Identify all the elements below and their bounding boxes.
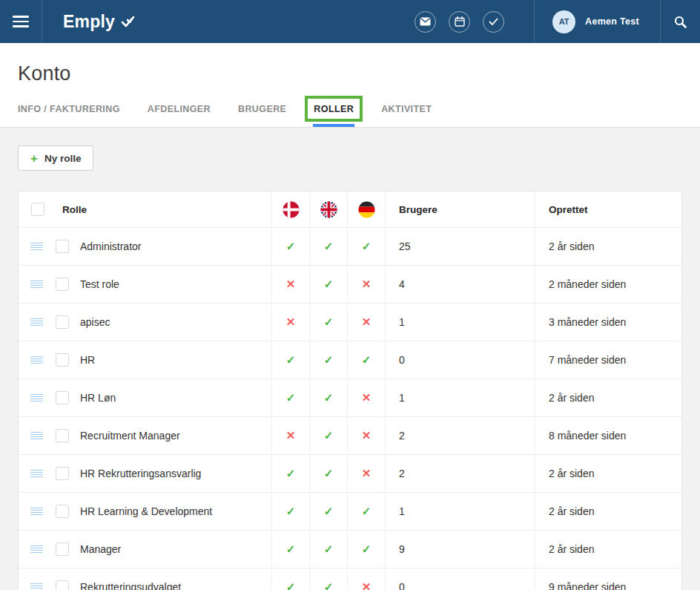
danish-mark-icon: ✕ [286, 278, 296, 291]
german-flag-icon [358, 201, 375, 218]
table-row: Recruitment Manager ✕ ✓ ✕ 2 8 måneder si… [19, 416, 681, 454]
german-mark-icon: ✕ [362, 391, 372, 404]
created-ago: 2 år siden [549, 240, 594, 252]
drag-handle-icon[interactable] [30, 318, 43, 327]
tab-afdelinger[interactable]: AFDELINGER [148, 104, 211, 127]
table-row: Test role ✕ ✓ ✕ 4 2 måneder siden [19, 265, 681, 303]
calendar-icon[interactable] [449, 11, 470, 33]
drag-handle-icon[interactable] [30, 394, 43, 402]
tasks-check-icon[interactable] [483, 11, 504, 33]
users-count: 2 [399, 468, 405, 479]
column-header-users: Brugere [399, 204, 438, 215]
column-header-role: Rolle [62, 204, 87, 215]
table-row: Manager ✓ ✓ ✓ 9 2 år siden [19, 530, 681, 568]
row-checkbox[interactable] [56, 429, 69, 442]
row-checkbox[interactable] [56, 580, 69, 590]
role-name-link[interactable]: Administrator [80, 240, 141, 252]
new-role-button[interactable]: + Ny rolle [18, 145, 93, 171]
active-tab-underline [313, 124, 354, 127]
british-mark-icon: ✓ [324, 240, 334, 253]
danish-mark-icon: ✕ [286, 429, 296, 442]
search-button[interactable] [660, 0, 700, 43]
drag-handle-icon[interactable] [30, 470, 43, 478]
drag-handle-icon[interactable] [30, 281, 43, 289]
user-name: Aemen Test [585, 16, 639, 27]
created-ago: 9 måneder siden [549, 581, 626, 590]
danish-flag-icon [283, 201, 300, 218]
british-flag-icon [320, 201, 337, 218]
users-count: 0 [399, 354, 405, 366]
avatar: AT [552, 10, 575, 33]
german-mark-icon: ✓ [362, 240, 372, 253]
users-count: 25 [399, 240, 411, 252]
row-checkbox[interactable] [56, 505, 69, 518]
mail-icon[interactable] [415, 11, 436, 33]
drag-handle-icon[interactable] [30, 508, 43, 516]
table-row: Administrator ✓ ✓ ✓ 25 2 år siden [19, 227, 681, 265]
roles-table: Rolle [18, 191, 682, 590]
drag-handle-icon[interactable] [30, 545, 43, 554]
role-name-link[interactable]: Test role [80, 278, 119, 290]
german-mark-icon: ✓ [362, 543, 372, 556]
german-mark-icon: ✕ [362, 580, 372, 590]
tab-brugere[interactable]: BRUGERE [238, 104, 286, 127]
table-row: HR Learning & Development ✓ ✓ ✓ 1 2 år s… [19, 492, 681, 530]
users-count: 2 [399, 430, 405, 442]
users-count: 0 [399, 581, 405, 590]
created-ago: 2 måneder siden [549, 278, 626, 290]
created-ago: 2 år siden [549, 505, 594, 517]
role-name-link[interactable]: apisec [80, 316, 110, 328]
brand-name: Emply [63, 12, 115, 32]
danish-mark-icon: ✓ [286, 467, 296, 480]
created-ago: 2 år siden [549, 543, 594, 555]
danish-mark-icon: ✓ [286, 543, 296, 556]
tab-aktivitet[interactable]: AKTIVITET [381, 104, 432, 127]
role-name-link[interactable]: HR [80, 354, 95, 366]
british-mark-icon: ✓ [324, 505, 334, 518]
column-header-british-flag [309, 191, 347, 227]
danish-mark-icon: ✓ [286, 240, 296, 253]
row-checkbox[interactable] [56, 278, 69, 291]
role-name-link[interactable]: Manager [80, 543, 121, 555]
tab-roller[interactable]: ROLLER [314, 104, 354, 127]
drag-handle-icon[interactable] [30, 243, 43, 251]
row-checkbox[interactable] [56, 391, 69, 404]
table-row: Rekrutteringsudvalget ✓ ✓ ✕ 0 9 måneder … [19, 568, 681, 590]
row-checkbox[interactable] [56, 353, 69, 367]
emply-logo[interactable]: Emply [63, 0, 135, 43]
german-mark-icon: ✓ [362, 353, 372, 367]
table-row: HR Rekrutteringsansvarlig ✓ ✓ ✕ 2 2 år s… [19, 454, 681, 492]
created-ago: 7 måneder siden [549, 354, 626, 366]
danish-mark-icon: ✓ [286, 391, 296, 404]
row-checkbox[interactable] [56, 543, 69, 556]
search-icon [674, 16, 687, 28]
row-checkbox[interactable] [56, 315, 69, 329]
hamburger-menu-button[interactable] [0, 0, 42, 43]
role-name-link[interactable]: HR Learning & Development [80, 505, 212, 517]
plus-icon: + [30, 152, 38, 165]
british-mark-icon: ✓ [324, 278, 334, 291]
tab-info-fakturering[interactable]: INFO / FAKTURERING [18, 104, 120, 127]
role-name-link[interactable]: Recruitment Manager [80, 430, 180, 442]
role-name-link[interactable]: HR Rekrutteringsansvarlig [80, 468, 201, 479]
role-name-link[interactable]: HR Løn [80, 392, 116, 404]
german-mark-icon: ✕ [362, 315, 372, 329]
users-count: 4 [399, 278, 405, 290]
column-header-german-flag [347, 191, 385, 227]
select-all-checkbox[interactable] [31, 203, 44, 216]
row-checkbox[interactable] [56, 467, 69, 480]
user-menu[interactable]: AT Aemen Test [534, 0, 660, 43]
british-mark-icon: ✓ [324, 353, 334, 367]
drag-handle-icon[interactable] [30, 432, 43, 440]
content-area: + Ny rolle Rolle [0, 128, 700, 590]
row-checkbox[interactable] [56, 240, 69, 253]
british-mark-icon: ✓ [324, 391, 334, 404]
drag-handle-icon[interactable] [30, 583, 43, 590]
users-count: 1 [399, 392, 405, 404]
drag-handle-icon[interactable] [30, 356, 43, 364]
created-ago: 3 måneder siden [549, 316, 626, 328]
danish-mark-icon: ✓ [286, 353, 296, 367]
danish-mark-icon: ✓ [286, 580, 296, 590]
role-name-link[interactable]: Rekrutteringsudvalget [80, 581, 181, 590]
table-row: apisec ✕ ✓ ✕ 1 3 måneder siden [19, 303, 681, 341]
